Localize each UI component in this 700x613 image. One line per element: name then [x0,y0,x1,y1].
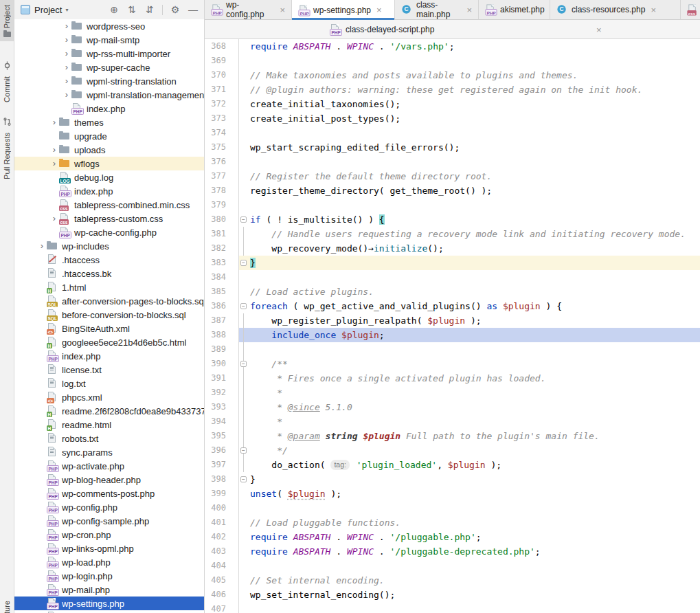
code-line[interactable]: 396− */ [205,443,700,458]
tree-item[interactable]: SQLbefore-conversion-to-blocks.sql [14,308,204,322]
tree-item[interactable]: ›wp-rss-multi-importer [14,47,204,60]
code-line[interactable]: 372create_initial_taxonomies(); [205,97,700,111]
code-line[interactable]: 394 * [205,414,700,429]
chevron-right-icon[interactable]: › [62,19,71,33]
chevron-down-icon[interactable]: ▾ [65,7,68,13]
tree-item[interactable]: csstablepress-combined.min.css [14,198,204,212]
fold-end-icon[interactable]: − [240,447,247,454]
tree-item[interactable]: ›themes [14,115,204,129]
close-icon[interactable]: × [651,5,656,14]
code-line[interactable]: 384 [205,270,700,285]
fold-collapse-icon[interactable]: − [240,303,247,309]
editor-tab-class-resources-php[interactable]: Cclass-resources.php× [550,0,681,20]
tree-item[interactable]: .htaccess.bk [14,267,204,280]
code-line[interactable]: 398−} [205,472,700,487]
editor-tab-class-main-php[interactable]: Cclass-main.php× [395,0,479,20]
close-icon[interactable]: × [596,20,602,39]
tree-item[interactable]: PHPwp-settings.php [14,597,204,610]
code-line[interactable]: 383−} [205,256,700,270]
tree-item[interactable]: PHPwp-load.php [14,555,204,569]
code-line[interactable]: 370// Make taxonomies and posts availabl… [205,68,700,82]
code-line[interactable]: 397 do_action( tag: 'plugin_loaded', $pl… [205,458,700,472]
code-line[interactable]: 378register_theme_directory( get_theme_r… [205,183,700,198]
gear-icon[interactable]: ⚙ [168,5,182,14]
code-line[interactable]: 385// Load active plugins. [205,285,700,299]
tree-item[interactable]: H1.html [14,280,204,294]
code-line[interactable]: 377// Register the default theme directo… [205,169,700,183]
fold-collapse-icon[interactable]: − [240,361,247,367]
chevron-right-icon[interactable]: › [62,33,71,47]
tree-item[interactable]: license.txt [14,363,204,377]
fold-end-icon[interactable]: − [240,260,247,266]
tree-item[interactable]: ›csstablepress-custom.css [14,212,204,225]
code-editor[interactable]: 368require ABSPATH . WPINC . '/vars.php'… [205,39,700,613]
locate-icon[interactable]: ⊕ [107,5,121,14]
tree-item[interactable]: PHPwp-cron.php [14,528,204,542]
chevron-right-icon[interactable]: › [37,239,47,253]
code-line[interactable]: 375wp_start_scraping_edited_file_errors(… [205,140,700,155]
tree-item[interactable]: ›wp-mail-smtp [14,33,204,47]
tree-item[interactable]: PHP [14,610,204,613]
tree-item[interactable]: Hreadme.html [14,418,204,432]
code-line[interactable]: 392 * [205,386,700,400]
code-line[interactable]: 390− /** [205,357,700,371]
code-line[interactable]: 391 * Fires once a single activated plug… [205,371,700,386]
code-line[interactable]: 404 [205,559,700,573]
editor-tab-wp-config-php[interactable]: PHPwp-config.php× [205,0,292,20]
code-line[interactable]: 402require ABSPATH . WPINC . '/pluggable… [205,530,700,544]
fold-end-icon[interactable]: − [240,476,247,482]
code-line[interactable]: 379 [205,198,700,212]
code-line[interactable]: 407 [205,602,700,613]
tree-item[interactable]: PHPindex.php [14,349,204,363]
tree-item[interactable]: <>BingSiteAuth.xml [14,322,204,335]
chevron-right-icon[interactable]: › [49,115,59,129]
chevron-right-icon[interactable]: › [62,60,71,74]
tree-item[interactable]: SQLafter-conversion-pages-to-blocks.sql [14,294,204,308]
code-line[interactable]: 405// Set internal encoding. [205,573,700,588]
tree-item[interactable]: PHPwp-login.php [14,569,204,583]
fold-collapse-icon[interactable]: − [240,216,247,223]
chevron-right-icon[interactable]: › [62,88,71,102]
code-line[interactable]: 399unset( $plugin ); [205,487,700,501]
tree-item[interactable]: Hreadme.2f6f2808cfd0ea8e9b4337373525c [14,404,204,418]
code-line[interactable]: 389 [205,342,700,357]
stripe-button-project[interactable]: Project [0,0,14,41]
collapse-all-icon[interactable]: ⇵ [143,5,157,14]
editor-tab-akismet-php[interactable]: PHPakismet.php× [479,0,550,20]
tree-item[interactable]: ›wflogs [14,157,204,170]
tree-item[interactable]: .htaccess [14,253,204,267]
tree-item[interactable]: PHPwp-config-sample.php [14,514,204,528]
code-line[interactable]: 400 [205,501,700,515]
code-line[interactable]: 386−foreach ( wp_get_active_and_valid_pl… [205,299,700,313]
code-line[interactable]: 395 * @param string $plugin Full path to… [205,429,700,443]
code-line[interactable]: 403require ABSPATH . WPINC . '/pluggable… [205,544,700,559]
tree-item[interactable]: PHPindex.php [14,184,204,198]
stripe-button-pull-requests[interactable]: Pull Requests [0,117,14,179]
tree-item[interactable]: ›wordpress-seo [14,19,204,33]
tab-class-delayed-script[interactable]: PHP class-delayed-script.php [330,20,434,39]
tree-item[interactable]: ›wpml-string-translation [14,74,204,88]
stripe-button-commit[interactable]: Commit [0,60,14,102]
code-line[interactable]: 387 wp_register_plugin_realpath( $plugin… [205,313,700,328]
code-line[interactable]: 382 wp_recovery_mode()→initialize(); [205,241,700,256]
editor-tab-partial[interactable]: css [681,0,700,20]
tree-item[interactable]: PHPwp-blog-header.php [14,473,204,487]
chevron-right-icon[interactable]: › [49,212,59,225]
tree-item[interactable]: robots.txt [14,432,204,445]
code-line[interactable]: 406wp_set_internal_encoding(); [205,588,700,602]
tree-item[interactable]: sync.params [14,445,204,459]
close-icon[interactable]: × [466,5,472,14]
chevron-right-icon[interactable]: › [49,143,59,157]
hide-icon[interactable]: — [186,5,200,14]
code-line[interactable]: 369 [205,54,700,68]
tree-item[interactable]: LOGdebug.log [14,170,204,184]
close-icon[interactable]: × [280,5,285,14]
chevron-right-icon[interactable]: › [62,47,71,60]
tree-item[interactable]: ›wp-includes [14,239,204,253]
tree-item[interactable]: log.txt [14,377,204,390]
tree-item[interactable]: PHPwp-comments-post.php [14,487,204,500]
code-line[interactable]: 371// @plugin authors: warning: these ge… [205,82,700,97]
code-line[interactable]: 368require ABSPATH . WPINC . '/vars.php'… [205,39,700,54]
tree-item[interactable]: PHPwp-activate.php [14,459,204,473]
code-line[interactable]: 381 // Handle users requesting a recover… [205,227,700,241]
